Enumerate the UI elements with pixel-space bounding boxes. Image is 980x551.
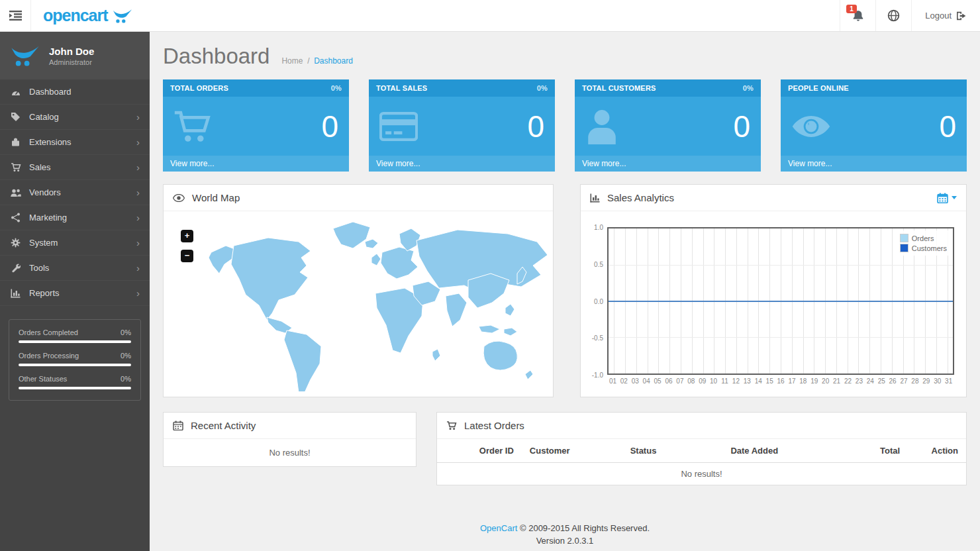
stat-orders-processing: Orders Processing 0%: [19, 352, 131, 366]
sidebar-item-label: Marketing: [29, 213, 67, 223]
legend-orders: Orders: [900, 234, 947, 242]
stat-tiles: TOTAL ORDERS 0% 0 View more... TOTAL SAL…: [163, 79, 967, 172]
bar-chart-icon: [590, 193, 600, 203]
sidebar-item-dashboard[interactable]: Dashboard: [0, 79, 150, 105]
view-more-link[interactable]: View more...: [781, 156, 967, 172]
chevron-right-icon: ›: [136, 112, 140, 122]
column-action: Action: [908, 439, 966, 463]
latest-orders-empty: No results!: [437, 463, 966, 485]
orders-swatch: [900, 234, 908, 242]
column-order-id: Order ID: [437, 439, 522, 463]
opencart-cart-icon: [113, 8, 132, 24]
menu-toggle-button[interactable]: [0, 0, 31, 31]
sidebar-item-marketing[interactable]: Marketing ›: [0, 205, 150, 230]
map-zoom-in-button[interactable]: +: [181, 230, 193, 242]
sidebar-item-label: System: [29, 238, 58, 248]
sidebar: John Doe Administrator Dashboard Catalog…: [0, 32, 150, 551]
eye-icon: [791, 113, 831, 140]
sidebar-item-label: Tools: [29, 263, 49, 273]
notification-badge: 1: [846, 5, 857, 13]
tile-value: 0: [321, 111, 338, 142]
sidebar-item-catalog[interactable]: Catalog ›: [0, 105, 150, 130]
sidebar-item-extensions[interactable]: Extensions ›: [0, 130, 150, 155]
chevron-right-icon: ›: [136, 137, 140, 147]
logout-icon: [956, 11, 967, 21]
logout-button[interactable]: Logout: [911, 0, 980, 31]
tag-icon: [10, 112, 21, 122]
chart-zero-line: [609, 301, 953, 302]
recent-activity-panel: Recent Activity No results!: [163, 412, 416, 467]
stat-other-statuses: Other Statuses 0%: [19, 375, 131, 389]
sidebar-item-reports[interactable]: Reports ›: [0, 281, 150, 306]
view-more-link[interactable]: View more...: [163, 156, 349, 172]
tile-total-customers: TOTAL CUSTOMERS 0% 0 View more...: [575, 79, 761, 172]
sales-chart: 1.00.50.0-0.5-1.0 Orders Customers 01020…: [581, 211, 966, 385]
caret-down-icon: [952, 196, 957, 199]
customers-swatch: [900, 244, 908, 252]
brand-text: opencart: [43, 6, 108, 25]
breadcrumb-home[interactable]: Home: [281, 56, 303, 66]
credit-card-icon: [379, 111, 418, 142]
column-status: Status: [622, 439, 723, 463]
sidebar-item-label: Sales: [29, 162, 51, 172]
users-icon: [10, 188, 21, 197]
tile-title: PEOPLE ONLINE: [788, 84, 849, 92]
world-map[interactable]: + −: [164, 211, 553, 397]
chart-legend: Orders Customers: [897, 230, 950, 256]
bottom-row: Recent Activity No results! Latest Order…: [163, 412, 967, 485]
tile-value: 0: [527, 111, 544, 142]
footer-version: Version 2.0.3.1: [163, 535, 967, 548]
footer: OpenCart © 2009-2015 All Rights Reserved…: [163, 523, 967, 548]
stat-label: Orders Processing: [19, 352, 79, 360]
sidebar-item-vendors[interactable]: Vendors ›: [0, 180, 150, 205]
profile-text: John Doe Administrator: [49, 46, 94, 66]
chevron-right-icon: ›: [136, 187, 140, 197]
progress-bar: [19, 340, 131, 343]
view-more-link[interactable]: View more...: [575, 156, 761, 172]
world-map-graphic: [169, 217, 548, 391]
tile-title: TOTAL ORDERS: [170, 84, 228, 92]
profile-role: Administrator: [49, 58, 94, 66]
tile-percent: 0%: [537, 84, 548, 92]
gear-icon: [10, 238, 21, 248]
column-date-added: Date Added: [722, 439, 834, 463]
stat-orders-completed: Orders Completed 0%: [19, 328, 131, 343]
view-more-link[interactable]: View more...: [369, 156, 555, 172]
notifications-button[interactable]: 1: [840, 0, 875, 31]
stat-value: 0%: [121, 352, 131, 360]
sidebar-item-tools[interactable]: Tools ›: [0, 256, 150, 281]
user-icon: [585, 109, 618, 144]
chevron-right-icon: ›: [136, 288, 140, 298]
tile-value: 0: [939, 111, 956, 142]
stores-button[interactable]: [875, 0, 911, 31]
calendar-icon: [173, 421, 183, 430]
chart-range-dropdown[interactable]: [937, 193, 957, 203]
tile-people-online: PEOPLE ONLINE 0 View more...: [781, 79, 967, 172]
map-zoom-out-button[interactable]: −: [181, 250, 193, 262]
breadcrumb-separator: /: [307, 56, 309, 66]
globe-icon: [887, 9, 900, 22]
sidebar-item-sales[interactable]: Sales ›: [0, 155, 150, 180]
sidebar-menu: Dashboard Catalog › Extensions › Sales ›: [0, 79, 150, 306]
breadcrumb-current[interactable]: Dashboard: [314, 56, 353, 66]
tile-percent: 0%: [743, 84, 754, 92]
world-map-panel: World Map + −: [163, 184, 554, 397]
progress-bar: [19, 364, 131, 366]
panel-title: Sales Analytics: [607, 192, 674, 203]
page-header: Dashboard Home / Dashboard: [163, 44, 967, 69]
copyright-text: © 2009-2015 All Rights Reserved.: [520, 523, 650, 533]
top-bar: opencart 1 Logout: [0, 0, 980, 32]
chevron-right-icon: ›: [136, 238, 140, 248]
sidebar-item-label: Reports: [29, 288, 60, 298]
chevron-right-icon: ›: [136, 263, 140, 273]
legend-label: Orders: [912, 234, 934, 242]
stat-value: 0%: [121, 328, 131, 336]
opencart-footer-link[interactable]: OpenCart: [480, 523, 517, 533]
opencart-logo[interactable]: opencart: [31, 0, 144, 31]
sidebar-item-system[interactable]: System ›: [0, 230, 150, 256]
cart-icon: [446, 421, 457, 430]
footer-copyright: OpenCart © 2009-2015 All Rights Reserved…: [163, 523, 967, 535]
middle-row: World Map + −: [163, 184, 967, 397]
user-profile: John Doe Administrator: [0, 32, 150, 79]
share-icon: [10, 213, 21, 223]
